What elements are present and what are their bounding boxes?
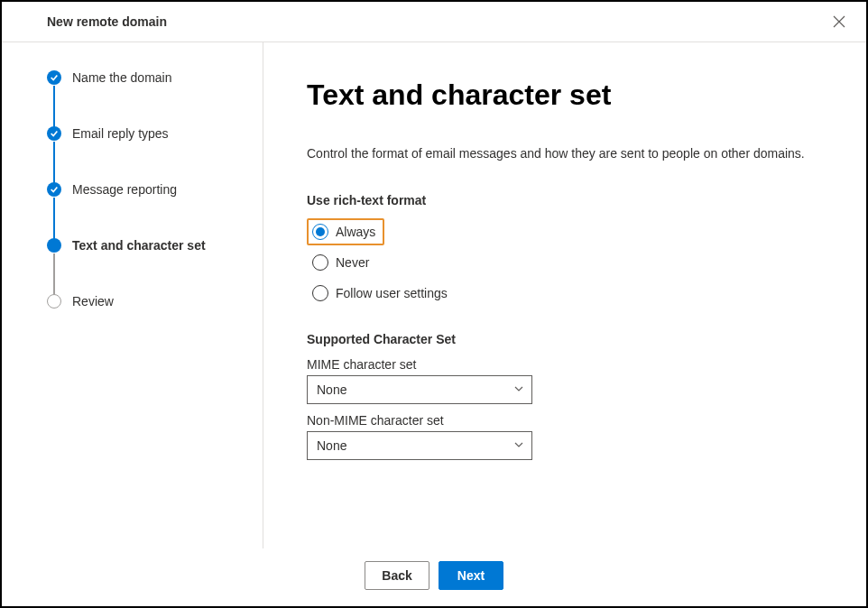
radio-always[interactable]: Always (307, 218, 384, 245)
step-label: Text and character set (72, 238, 206, 253)
nonmime-field-label: Non-MIME character set (307, 413, 830, 428)
radio-icon (312, 254, 328, 271)
step-review[interactable]: Review (47, 293, 245, 309)
close-icon (833, 15, 845, 28)
step-label: Message reporting (72, 182, 177, 197)
back-button[interactable]: Back (365, 561, 429, 590)
check-icon (47, 70, 61, 85)
close-button[interactable] (830, 13, 848, 31)
mime-charset-select[interactable]: None (307, 375, 532, 404)
charset-section-label: Supported Character Set (307, 332, 830, 346)
nonmime-charset-select[interactable]: None (307, 431, 532, 460)
check-icon (47, 126, 61, 141)
page-title: Text and character set (307, 78, 830, 112)
page-description: Control the format of email messages and… (307, 146, 830, 161)
select-value: None (317, 438, 346, 453)
dialog-title: New remote domain (47, 14, 167, 29)
chevron-down-icon (513, 438, 524, 453)
radio-label: Never (336, 255, 369, 270)
mime-field-label: MIME character set (307, 357, 830, 372)
radio-icon (312, 224, 328, 240)
upcoming-step-icon (47, 294, 61, 309)
step-message-reporting[interactable]: Message reporting (47, 181, 245, 237)
radio-label: Always (336, 225, 375, 239)
wizard-sidebar: Name the domain Email reply types Messag… (2, 42, 263, 548)
step-text-charset[interactable]: Text and character set (47, 237, 245, 293)
chevron-down-icon (513, 382, 524, 397)
step-label: Review (72, 294, 114, 309)
radio-never[interactable]: Never (307, 249, 376, 276)
radio-icon (312, 285, 328, 301)
radio-follow-user[interactable]: Follow user settings (307, 280, 455, 307)
radio-label: Follow user settings (336, 286, 448, 300)
next-button[interactable]: Next (439, 561, 503, 590)
step-email-reply[interactable]: Email reply types (47, 125, 245, 181)
step-label: Email reply types (72, 126, 169, 141)
rich-text-radio-group: Always Never Follow user settings (307, 218, 830, 307)
check-icon (47, 182, 61, 197)
step-label: Name the domain (72, 70, 172, 85)
current-step-icon (47, 238, 61, 253)
rich-text-label: Use rich-text format (307, 193, 830, 207)
step-name-domain[interactable]: Name the domain (47, 69, 245, 125)
select-value: None (317, 382, 346, 397)
